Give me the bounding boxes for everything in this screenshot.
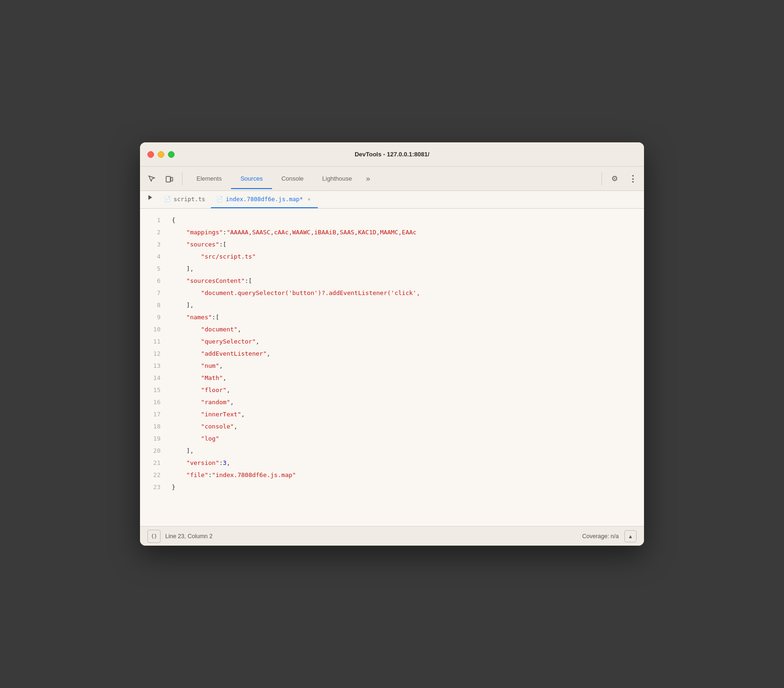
line-number: 10 bbox=[140, 323, 161, 336]
svg-rect-0 bbox=[166, 176, 170, 182]
inspect-icon bbox=[147, 175, 156, 183]
code-editor: 1 2 3 4 5 6 7 8 9 10 11 12 13 14 15 16 1… bbox=[140, 209, 644, 526]
toolbar-divider-right bbox=[602, 172, 602, 185]
coverage-label: Coverage: n/a bbox=[582, 533, 619, 540]
minimize-button[interactable] bbox=[158, 151, 164, 158]
code-line-6: "sourcesContent":[ bbox=[172, 275, 644, 287]
more-tabs-button[interactable]: » bbox=[361, 172, 375, 186]
toolbar-right-actions: ⚙ ⋮ bbox=[607, 171, 640, 187]
gear-icon: ⚙ bbox=[611, 174, 618, 183]
more-menu-button[interactable]: ⋮ bbox=[624, 171, 640, 187]
file-modified-icon: 📄 bbox=[217, 196, 223, 202]
tab-elements[interactable]: Elements bbox=[187, 168, 231, 189]
file-tab-script-ts[interactable]: 📄 script.ts bbox=[159, 191, 211, 208]
code-line-3: "sources":[ bbox=[172, 239, 644, 251]
code-lines[interactable]: { "mappings":"AAAAA,SAASC,cAAc,WAAWC,iBA… bbox=[168, 209, 644, 526]
line-number: 4 bbox=[140, 251, 161, 263]
traffic-lights bbox=[147, 151, 175, 158]
code-line-8: ], bbox=[172, 299, 644, 311]
settings-button[interactable]: ⚙ bbox=[607, 171, 623, 187]
line-numbers-gutter: 1 2 3 4 5 6 7 8 9 10 11 12 13 14 15 16 1… bbox=[140, 209, 168, 526]
code-line-12: "addEventListener", bbox=[172, 348, 644, 360]
code-line-18: "console", bbox=[172, 421, 644, 433]
code-line-23: } bbox=[172, 481, 644, 493]
line-number: 21 bbox=[140, 457, 161, 469]
code-line-10: "document", bbox=[172, 323, 644, 336]
line-number: 16 bbox=[140, 396, 161, 408]
code-line-7: "document.querySelector('button')?.addEv… bbox=[172, 287, 644, 299]
code-line-14: "Math", bbox=[172, 372, 644, 384]
line-number: 14 bbox=[140, 372, 161, 384]
code-line-9: "names":[ bbox=[172, 311, 644, 323]
line-number: 22 bbox=[140, 469, 161, 481]
code-line-5: ], bbox=[172, 263, 644, 275]
line-number: 2 bbox=[140, 226, 161, 239]
devtools-window: DevTools - 127.0.0.1:8081/ Elements Sour… bbox=[140, 142, 644, 546]
line-number: 8 bbox=[140, 299, 161, 311]
file-tab-label: script.ts bbox=[174, 196, 205, 203]
line-number: 19 bbox=[140, 433, 161, 445]
line-number: 12 bbox=[140, 348, 161, 360]
file-icon: 📄 bbox=[164, 196, 171, 202]
window-title: DevTools - 127.0.0.1:8081/ bbox=[355, 151, 429, 158]
close-button[interactable] bbox=[147, 151, 154, 158]
svg-rect-1 bbox=[171, 177, 173, 181]
code-line-16: "random", bbox=[172, 396, 644, 408]
code-line-19: "log" bbox=[172, 433, 644, 445]
line-number: 23 bbox=[140, 481, 161, 493]
tab-console[interactable]: Console bbox=[272, 168, 313, 189]
code-line-17: "innerText", bbox=[172, 408, 644, 421]
code-line-20: ], bbox=[172, 445, 644, 457]
nav-tabs: Elements Sources Console Lighthouse » bbox=[187, 168, 597, 189]
line-number: 15 bbox=[140, 384, 161, 396]
svg-marker-2 bbox=[148, 195, 152, 200]
file-tab-active-label: index.7808df6e.js.map* bbox=[226, 196, 303, 203]
run-icon bbox=[147, 194, 154, 201]
device-toggle-button[interactable] bbox=[161, 171, 177, 187]
line-number: 3 bbox=[140, 239, 161, 251]
line-number: 17 bbox=[140, 408, 161, 421]
code-line-22: "file":"index.7808df6e.js.map" bbox=[172, 469, 644, 481]
coverage-chevron-icon: ▲ bbox=[628, 534, 633, 539]
ellipsis-icon: ⋮ bbox=[629, 174, 637, 184]
code-line-15: "floor", bbox=[172, 384, 644, 396]
format-code-button[interactable]: {} bbox=[147, 530, 161, 543]
line-number: 20 bbox=[140, 445, 161, 457]
run-script-button[interactable] bbox=[144, 191, 157, 204]
inspect-element-button[interactable] bbox=[144, 171, 160, 187]
file-tab-index-map[interactable]: 📄 index.7808df6e.js.map* ✕ bbox=[211, 191, 318, 208]
status-bar: {} Line 23, Column 2 Coverage: n/a ▲ bbox=[140, 526, 644, 546]
line-number: 6 bbox=[140, 275, 161, 287]
close-file-tab-button[interactable]: ✕ bbox=[306, 196, 312, 203]
tab-lighthouse[interactable]: Lighthouse bbox=[313, 168, 362, 189]
cursor-position: Line 23, Column 2 bbox=[165, 533, 212, 540]
line-number: 7 bbox=[140, 287, 161, 299]
code-line-11: "querySelector", bbox=[172, 336, 644, 348]
maximize-button[interactable] bbox=[168, 151, 175, 158]
line-number: 5 bbox=[140, 263, 161, 275]
coverage-toggle-button[interactable]: ▲ bbox=[624, 530, 637, 542]
code-line-21: "version":3, bbox=[172, 457, 644, 469]
toolbar: Elements Sources Console Lighthouse » ⚙ … bbox=[140, 167, 644, 191]
device-icon bbox=[165, 175, 174, 183]
code-line-1: { bbox=[172, 214, 644, 226]
line-number: 11 bbox=[140, 336, 161, 348]
tab-sources[interactable]: Sources bbox=[231, 168, 272, 189]
status-right: Coverage: n/a ▲ bbox=[582, 530, 637, 542]
code-line-2: "mappings":"AAAAA,SAASC,cAAc,WAAWC,iBAAi… bbox=[172, 226, 644, 239]
file-tabs-bar: 📄 script.ts 📄 index.7808df6e.js.map* ✕ bbox=[140, 191, 644, 209]
line-number: 9 bbox=[140, 311, 161, 323]
status-left: {} Line 23, Column 2 bbox=[147, 530, 212, 543]
line-number: 1 bbox=[140, 214, 161, 226]
code-line-4: "src/script.ts" bbox=[172, 251, 644, 263]
title-bar: DevTools - 127.0.0.1:8081/ bbox=[140, 142, 644, 167]
toolbar-divider bbox=[182, 172, 182, 185]
line-number: 18 bbox=[140, 421, 161, 433]
line-number: 13 bbox=[140, 360, 161, 372]
code-line-13: "num", bbox=[172, 360, 644, 372]
